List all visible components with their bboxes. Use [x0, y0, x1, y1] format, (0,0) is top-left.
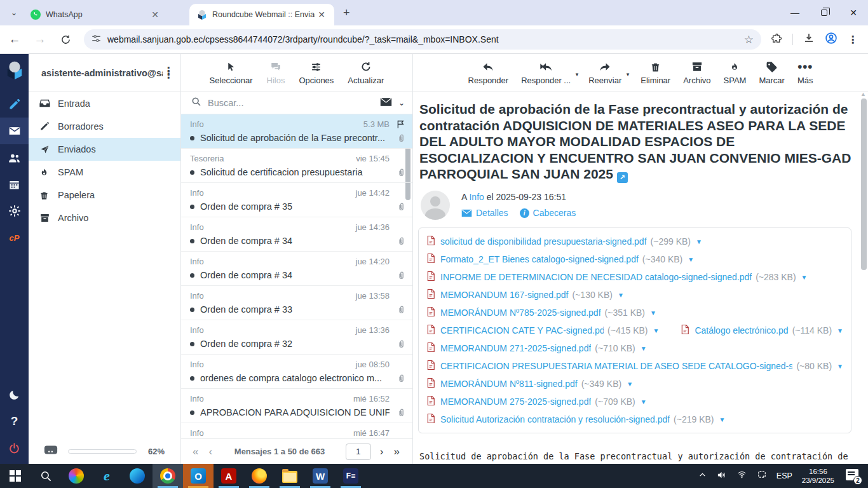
spam-button[interactable]: SPAM [724, 60, 747, 85]
next-page-icon[interactable]: › [375, 445, 389, 458]
open-in-new-window-icon[interactable]: ↗ [617, 172, 628, 183]
close-tab-icon[interactable]: ✕ [315, 10, 328, 20]
details-link[interactable]: Detalles [461, 208, 508, 218]
reader-scrollbar[interactable] [861, 98, 867, 270]
folder-item-enviados[interactable]: Enviados [29, 138, 180, 161]
page-number-input[interactable] [346, 444, 371, 460]
attachment-name[interactable]: Formato_2_ET Bienes catalogo-signed-sign… [440, 254, 639, 264]
download-icon[interactable] [803, 32, 815, 46]
mail-nav-button[interactable] [0, 118, 29, 144]
search-scope-mail-icon[interactable] [380, 97, 392, 109]
attachment-name[interactable]: MEMORANDUM 275-2025-signed.pdf [440, 396, 591, 407]
refresh-button[interactable]: Actualizar [348, 60, 384, 85]
tab-whatsapp[interactable]: WhatsApp ✕ [23, 4, 168, 25]
internet-explorer-icon[interactable]: e [92, 464, 122, 488]
options-button[interactable]: Opciones [299, 60, 334, 85]
url-text[interactable]: webmail.sanjuan.gob.ec/cpsess8644744072/… [107, 34, 744, 44]
close-window-button[interactable]: ✕ [839, 0, 868, 25]
logout-icon[interactable] [0, 435, 29, 461]
attachment-menu-caret-icon[interactable]: ▼ [719, 416, 726, 423]
reply-menu-caret-icon[interactable]: ▾ [576, 71, 579, 78]
folder-item-borradores[interactable]: Borradores [29, 115, 180, 138]
firefox-icon[interactable] [244, 464, 275, 488]
address-bar[interactable]: webmail.sanjuan.gob.ec/cpsess8644744072/… [84, 29, 761, 50]
attachment-menu-caret-icon[interactable]: ▼ [618, 292, 624, 299]
message-list-item[interactable]: Infojue 14:42 Orden de compra # 35 [181, 183, 412, 217]
folder-item-papelera[interactable]: Papelera [29, 184, 180, 207]
attachment-menu-caret-icon[interactable]: ▼ [696, 238, 702, 245]
message-list-item[interactable]: Infojue 08:50 ordenes de compra catalogo… [181, 355, 412, 389]
message-list-item[interactable]: Infojue 14:20 Orden de compra # 34 [181, 252, 412, 286]
close-tab-icon[interactable]: ✕ [149, 10, 161, 20]
taskbar-search-button[interactable] [31, 464, 61, 488]
acrobat-icon[interactable]: A [214, 464, 244, 488]
attachment-name[interactable]: MEMORÁNDUM Nº785-2025-signed.pdf [440, 308, 601, 318]
attachment-menu-caret-icon[interactable]: ▼ [837, 327, 843, 334]
headers-link[interactable]: i Cabeceras [520, 208, 576, 218]
attachment-menu-caret-icon[interactable]: ▼ [801, 274, 808, 281]
message-list-item[interactable]: Infojue 13:36 Orden de compra # 32 [181, 320, 412, 355]
restore-button[interactable] [810, 0, 839, 25]
attachment-menu-caret-icon[interactable]: ▼ [837, 363, 843, 370]
attachment-name[interactable]: Catálogo electrónico.pdf [695, 325, 788, 336]
tab-search-chevron-icon[interactable]: ⌄ [5, 4, 23, 22]
chrome-icon[interactable] [153, 464, 183, 488]
mark-button[interactable]: Marcar [759, 60, 784, 85]
attachment-item[interactable]: MEMORANDUM 271-2025-signed.pdf (~710 KB)… [426, 342, 647, 355]
prev-page-icon[interactable]: ‹ [203, 445, 217, 458]
attachment-menu-caret-icon[interactable]: ▼ [653, 327, 660, 334]
snip-icon[interactable] [757, 470, 767, 482]
compose-button[interactable] [0, 91, 29, 118]
message-list-item[interactable]: Infomié 16:52 APROBACION PARA ADQUISICIO… [181, 389, 412, 423]
bookmark-star-icon[interactable]: ☆ [744, 33, 754, 46]
folder-item-spam[interactable]: SPAM [29, 161, 180, 184]
word-icon[interactable]: W [305, 464, 336, 488]
search-options-chevron-icon[interactable]: ⌄ [398, 98, 405, 107]
attachment-item[interactable]: solicitud de disponibilidad presupuestar… [426, 235, 702, 248]
attachment-name[interactable]: MEMORÁNDUM Nº811-signed.pdf [440, 379, 578, 389]
wifi-icon[interactable] [736, 470, 747, 482]
threads-button[interactable]: Hilos [267, 60, 285, 85]
message-list-item[interactable]: Infomié 16:47 [181, 423, 412, 438]
attachment-item[interactable]: MEMORÁNDUM Nº785-2025-signed.pdf (~351 K… [426, 306, 656, 320]
attachment-menu-caret-icon[interactable]: ▼ [641, 345, 647, 352]
attachment-item[interactable]: Catálogo electrónico.pdf (~114 KB) ▼ [681, 324, 843, 337]
first-page-icon[interactable]: « [187, 445, 203, 458]
attachment-name[interactable]: CERTIFICACION PRESUPUESTARIA MATERIAL DE… [440, 361, 792, 371]
attachment-name[interactable]: solicitud de disponibilidad presupuestar… [440, 236, 647, 247]
attachment-item[interactable]: CERTIFICACION CATE Y PAC-signed.pdf (~41… [426, 324, 659, 337]
attachment-item[interactable]: MEMORÁNDUM Nº811-signed.pdf (~349 KB) ▼ [426, 377, 633, 391]
browser-menu-icon[interactable]: ⋮ [848, 34, 858, 46]
search-input[interactable] [208, 98, 380, 108]
dark-mode-icon[interactable] [0, 381, 29, 408]
pinned-app-icon[interactable]: F≡ [336, 464, 366, 488]
attachment-menu-caret-icon[interactable]: ▼ [627, 381, 633, 388]
language-indicator[interactable]: ESP [776, 471, 792, 480]
help-icon[interactable]: ? [0, 408, 29, 435]
start-button[interactable] [0, 464, 31, 488]
reader-scroll-up-icon[interactable]: ▲ [860, 91, 866, 97]
message-list-item[interactable]: Infojue 14:36 Orden de compra # 34 [181, 217, 412, 252]
outlook-icon[interactable]: O [183, 464, 214, 488]
contacts-nav-button[interactable] [0, 144, 29, 171]
forward-menu-caret-icon[interactable]: ▾ [627, 71, 630, 78]
more-button[interactable]: ••• Más [797, 60, 813, 85]
select-button[interactable]: Seleccionar [210, 60, 253, 85]
tab-roundcube[interactable]: Roundcube Webmail :: Enviado ✕ [189, 4, 334, 25]
notification-center-icon[interactable]: 2 [844, 469, 860, 483]
message-list-item[interactable]: Tesoreriavie 15:45 Solicitud de certific… [181, 149, 412, 183]
attachment-item[interactable]: Solicitud Autorización contratación y re… [426, 413, 725, 426]
attachment-item[interactable]: INFORME DE DETERMINACION DE NECESIDAD ca… [426, 271, 808, 284]
account-menu-icon[interactable]: ⋮⋮ [163, 69, 174, 77]
volume-icon[interactable] [716, 470, 727, 482]
minimize-button[interactable]: — [780, 0, 810, 25]
last-page-icon[interactable]: » [389, 445, 405, 458]
reload-button[interactable] [55, 29, 76, 50]
attachment-name[interactable]: MEMORANDUM 167-signed.pdf [440, 290, 569, 300]
attachment-name[interactable]: MEMORANDUM 271-2025-signed.pdf [440, 343, 591, 353]
flag-icon[interactable] [396, 119, 406, 132]
archive-button[interactable]: Archivo [683, 60, 710, 85]
message-list-item[interactable]: Info5.3 MB Solicitud de aprobación de la… [181, 114, 412, 149]
clock[interactable]: 16:5623/9/2025 [802, 467, 834, 485]
folder-item-entrada[interactable]: Entrada [29, 92, 180, 115]
